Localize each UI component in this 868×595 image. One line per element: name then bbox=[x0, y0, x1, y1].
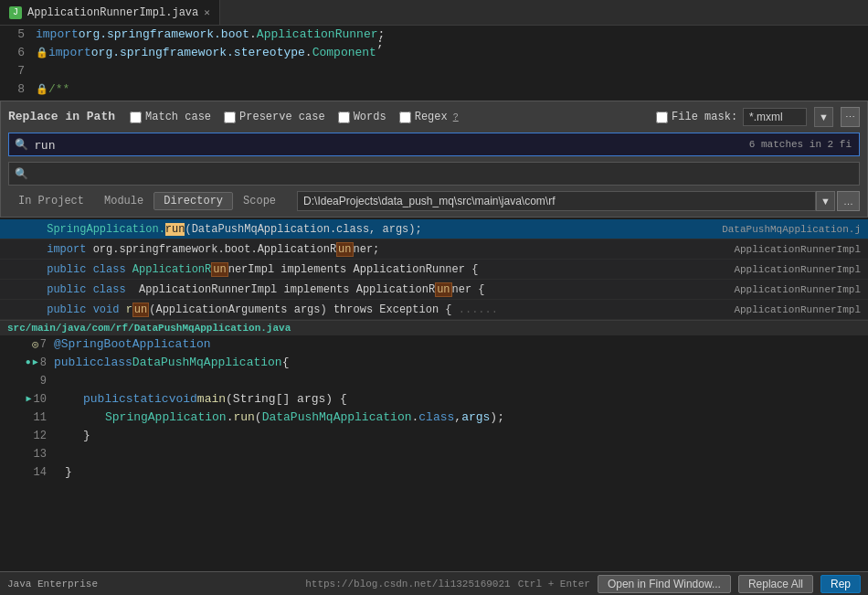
result-filename: DataPushMqApplication.j bbox=[722, 224, 861, 235]
tab-bar: J ApplicationRunnerImpl.java ✕ bbox=[0, 0, 868, 26]
tab-label: ApplicationRunnerImpl.java bbox=[27, 6, 198, 19]
file-mask-option[interactable]: File mask: bbox=[656, 111, 737, 123]
result-filename: ApplicationRunnerImpl bbox=[734, 284, 861, 295]
scope-path-dropdown-btn[interactable]: ▼ bbox=[816, 191, 835, 211]
file-mask-section: File mask: ▼ ⋯ bbox=[656, 107, 860, 127]
bottom-bar: Java Enterprise https://blog.csdn.net/li… bbox=[0, 571, 868, 595]
status-left: Java Enterprise bbox=[7, 579, 98, 590]
words-option[interactable]: Words bbox=[338, 111, 386, 123]
scope-row: In Project Module Directory Scope ▼ … bbox=[8, 191, 860, 211]
play-icon-10: ▶ bbox=[26, 390, 32, 409]
ctrl-enter-hint: Ctrl + Enter bbox=[518, 579, 590, 590]
regex-label: Regex bbox=[415, 111, 448, 123]
scope-tabs: In Project Module Directory Scope bbox=[8, 192, 286, 210]
tab-applicationrunnerimpl[interactable]: J ApplicationRunnerImpl.java ✕ bbox=[0, 0, 220, 25]
result-filename: ApplicationRunnerImpl bbox=[734, 304, 861, 315]
file-mask-dropdown-btn[interactable]: ▼ bbox=[814, 107, 833, 127]
match-case-label: Match case bbox=[145, 111, 211, 123]
dialog-title: Replace in Path bbox=[8, 110, 115, 123]
preserve-case-label: Preserve case bbox=[239, 111, 325, 123]
words-label: Words bbox=[354, 111, 386, 123]
dialog-header: Replace in Path Match case Preserve case… bbox=[8, 107, 860, 127]
regex-help-icon: ? bbox=[453, 112, 459, 122]
regex-option[interactable]: Regex ? bbox=[399, 111, 459, 123]
result-filename: ApplicationRunnerImpl bbox=[734, 264, 861, 275]
search-input[interactable] bbox=[34, 138, 742, 152]
file-path-dir: src/main/java/com/rf/ bbox=[7, 323, 134, 334]
replace-all-btn[interactable]: Replace All bbox=[738, 575, 813, 593]
result-row[interactable]: public void run(ApplicationArguments arg… bbox=[0, 300, 868, 320]
result-filename: ApplicationRunnerImpl bbox=[734, 244, 861, 255]
open-in-window-btn[interactable]: Open in Find Window... bbox=[598, 575, 731, 593]
top-code-area: 5 6 7 8 import org.springframework.boot.… bbox=[0, 26, 868, 99]
match-highlight: un bbox=[132, 303, 149, 317]
search-input-row: 🔍 6 matches in 2 fi bbox=[8, 133, 860, 156]
dialog-options: Match case Preserve case Words Regex ? bbox=[130, 107, 860, 127]
preview-code-lines: @SpringBootApplication public class Data… bbox=[50, 335, 868, 482]
results-list[interactable]: SpringApplication.run(DataPushMqApplicat… bbox=[0, 219, 868, 320]
scope-tab-module[interactable]: Module bbox=[94, 192, 153, 210]
code-preview: ◎ 7 ● ▶ 8 9 ▶ 10 11 12 13 14 @SpringBoot… bbox=[0, 335, 868, 482]
java-file-icon: J bbox=[9, 6, 22, 19]
extra-options-btn[interactable]: ⋯ bbox=[841, 107, 860, 127]
replace-dialog: Replace in Path Match case Preserve case… bbox=[0, 101, 868, 218]
words-checkbox[interactable] bbox=[338, 112, 350, 123]
arrow-icon: ▶ bbox=[33, 354, 38, 372]
status-url: https://blog.csdn.net/li1325169021 bbox=[305, 579, 510, 590]
scope-tab-directory[interactable]: Directory bbox=[153, 192, 233, 210]
scope-path-row: ▼ … bbox=[297, 191, 860, 211]
replace-input[interactable] bbox=[34, 167, 859, 181]
java-enterprise-label: Java Enterprise bbox=[7, 579, 98, 590]
preserve-case-checkbox[interactable] bbox=[224, 112, 236, 123]
scope-path-input[interactable] bbox=[297, 191, 816, 211]
preview-gutter: ◎ 7 ● ▶ 8 9 ▶ 10 11 12 13 14 bbox=[0, 335, 50, 482]
file-path-filename: DataPushMqApplication.java bbox=[134, 323, 291, 334]
match-count: 6 matches in 2 fi bbox=[742, 139, 859, 150]
result-code: public void run(ApplicationArguments arg… bbox=[7, 291, 498, 321]
replace-btn[interactable]: Rep bbox=[820, 575, 861, 593]
scope-browse-btn[interactable]: … bbox=[837, 191, 860, 211]
tab-close-icon[interactable]: ✕ bbox=[204, 6, 210, 18]
line-numbers-top: 5 6 7 8 bbox=[0, 26, 32, 99]
regex-checkbox[interactable] bbox=[399, 112, 411, 123]
match-case-checkbox[interactable] bbox=[130, 112, 142, 123]
file-mask-checkbox[interactable] bbox=[656, 112, 668, 123]
scope-tab-in-project[interactable]: In Project bbox=[8, 192, 94, 210]
file-mask-label: File mask: bbox=[672, 111, 737, 123]
match-case-option[interactable]: Match case bbox=[130, 111, 211, 123]
scope-tab-scope[interactable]: Scope bbox=[233, 192, 286, 210]
search-icon: 🔍 bbox=[9, 138, 34, 152]
bottom-buttons: https://blog.csdn.net/li1325169021 Ctrl … bbox=[305, 575, 861, 593]
code-lines-top: import org.springframework.boot.Applicat… bbox=[32, 26, 868, 99]
preserve-case-option[interactable]: Preserve case bbox=[224, 111, 325, 123]
file-mask-input[interactable] bbox=[743, 108, 807, 126]
replace-icon: 🔍 bbox=[9, 167, 34, 181]
file-path-label: src/main/java/com/rf/DataPushMqApplicati… bbox=[0, 320, 868, 335]
circle-icon: ● bbox=[26, 354, 31, 372]
replace-input-row: 🔍 bbox=[8, 162, 860, 186]
bookmark-icon: ◎ bbox=[32, 335, 38, 354]
